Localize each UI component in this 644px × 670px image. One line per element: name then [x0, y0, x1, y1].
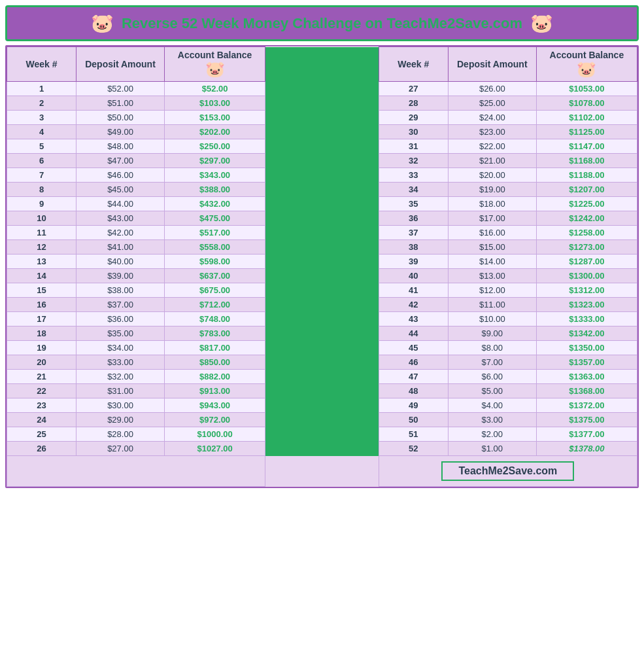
right-balance-cell: $1287.00 — [536, 255, 637, 269]
right-deposit-cell: $10.00 — [448, 312, 536, 326]
left-week-cell: 5 — [7, 139, 76, 154]
left-deposit-header: Deposit Amount — [76, 47, 165, 82]
right-week-cell: 34 — [379, 183, 448, 197]
right-deposit-header: Deposit Amount — [448, 47, 536, 82]
right-week-cell: 43 — [379, 312, 448, 326]
right-deposit-cell: $1.00 — [448, 442, 536, 456]
left-balance-cell: $517.00 — [164, 226, 265, 240]
pig-icon-header-right: 🐷 — [577, 60, 596, 78]
right-balance-cell: $1125.00 — [536, 125, 637, 139]
left-week-cell: 13 — [7, 255, 76, 269]
table-row: 22$31.00$913.0048$5.00$1368.00 — [7, 384, 637, 398]
row-divider — [265, 312, 379, 326]
left-balance-cell: $712.00 — [164, 298, 265, 312]
left-deposit-cell: $29.00 — [76, 413, 165, 427]
left-deposit-cell: $43.00 — [76, 211, 165, 226]
left-balance-cell: $202.00 — [164, 125, 265, 139]
right-week-cell: 41 — [379, 283, 448, 298]
right-balance-cell: $1368.00 — [536, 384, 637, 398]
right-week-cell: 30 — [379, 125, 448, 139]
right-week-cell: 44 — [379, 326, 448, 341]
right-balance-cell: $1342.00 — [536, 326, 637, 341]
table-row: 15$38.00$675.0041$12.00$1312.00 — [7, 283, 637, 298]
right-deposit-cell: $24.00 — [448, 111, 536, 125]
table-row: 23$30.00$943.0049$4.00$1372.00 — [7, 398, 637, 413]
right-balance-cell: $1350.00 — [536, 341, 637, 355]
right-deposit-cell: $22.00 — [448, 139, 536, 154]
right-balance-cell: $1323.00 — [536, 298, 637, 312]
right-deposit-cell: $8.00 — [448, 341, 536, 355]
left-balance-cell: $783.00 — [164, 326, 265, 341]
row-divider — [265, 269, 379, 283]
right-week-cell: 48 — [379, 384, 448, 398]
left-deposit-cell: $52.00 — [76, 82, 165, 96]
left-balance-cell: $343.00 — [164, 168, 265, 183]
left-balance-cell: $1027.00 — [164, 442, 265, 456]
left-balance-cell: $748.00 — [164, 312, 265, 326]
left-deposit-cell: $34.00 — [76, 341, 165, 355]
right-deposit-cell: $7.00 — [448, 355, 536, 370]
left-deposit-cell: $40.00 — [76, 255, 165, 269]
page-header: 🐷 Reverse 52 Week Money Challenge on Tea… — [5, 5, 639, 41]
right-deposit-cell: $14.00 — [448, 255, 536, 269]
right-week-cell: 40 — [379, 269, 448, 283]
right-balance-cell: $1378.00 — [536, 442, 637, 456]
right-week-cell: 36 — [379, 211, 448, 226]
table-header-row: Week # Deposit Amount Account Balance 🐷 … — [7, 47, 637, 82]
right-week-cell: 50 — [379, 413, 448, 427]
right-week-cell: 42 — [379, 298, 448, 312]
row-divider — [265, 139, 379, 154]
left-balance-cell: $943.00 — [164, 398, 265, 413]
right-balance-cell: $1053.00 — [536, 82, 637, 96]
right-week-cell: 33 — [379, 168, 448, 183]
right-balance-cell: $1102.00 — [536, 111, 637, 125]
right-deposit-cell: $16.00 — [448, 226, 536, 240]
table-row: 19$34.00$817.0045$8.00$1350.00 — [7, 341, 637, 355]
row-divider — [265, 168, 379, 183]
right-deposit-cell: $20.00 — [448, 168, 536, 183]
right-balance-header: Account Balance 🐷 — [536, 47, 637, 82]
left-week-cell: 10 — [7, 211, 76, 226]
left-week-cell: 6 — [7, 154, 76, 168]
left-deposit-cell: $32.00 — [76, 370, 165, 384]
left-balance-cell: $153.00 — [164, 111, 265, 125]
row-divider — [265, 370, 379, 384]
footer-divider — [265, 456, 379, 487]
left-deposit-cell: $41.00 — [76, 240, 165, 255]
left-week-cell: 16 — [7, 298, 76, 312]
left-week-cell: 25 — [7, 427, 76, 442]
row-divider — [265, 355, 379, 370]
row-divider — [265, 211, 379, 226]
row-divider — [265, 341, 379, 355]
left-balance-cell: $598.00 — [164, 255, 265, 269]
pig-icon-header-left: 🐷 — [205, 60, 225, 78]
row-divider — [265, 96, 379, 111]
left-week-cell: 18 — [7, 326, 76, 341]
right-week-cell: 51 — [379, 427, 448, 442]
left-week-cell: 26 — [7, 442, 76, 456]
row-divider — [265, 413, 379, 427]
table-row: 11$42.00$517.0037$16.00$1258.00 — [7, 226, 637, 240]
left-deposit-cell: $44.00 — [76, 197, 165, 211]
main-table-container: Week # Deposit Amount Account Balance 🐷 … — [5, 45, 639, 488]
left-week-cell: 3 — [7, 111, 76, 125]
right-week-cell: 49 — [379, 398, 448, 413]
table-row: 18$35.00$783.0044$9.00$1342.00 — [7, 326, 637, 341]
row-divider — [265, 255, 379, 269]
right-week-cell: 45 — [379, 341, 448, 355]
row-divider — [265, 398, 379, 413]
right-balance-cell: $1147.00 — [536, 139, 637, 154]
right-deposit-cell: $11.00 — [448, 298, 536, 312]
left-week-cell: 11 — [7, 226, 76, 240]
table-row: 20$33.00$850.0046$7.00$1357.00 — [7, 355, 637, 370]
pig-icon-left: 🐷 — [91, 12, 114, 34]
right-balance-cell: $1207.00 — [536, 183, 637, 197]
right-week-cell: 32 — [379, 154, 448, 168]
left-deposit-cell: $46.00 — [76, 168, 165, 183]
row-divider — [265, 442, 379, 456]
table-row: 17$36.00$748.0043$10.00$1333.00 — [7, 312, 637, 326]
table-row: 8$45.00$388.0034$19.00$1207.00 — [7, 183, 637, 197]
right-balance-cell: $1312.00 — [536, 283, 637, 298]
table-row: 10$43.00$475.0036$17.00$1242.00 — [7, 211, 637, 226]
row-divider — [265, 240, 379, 255]
